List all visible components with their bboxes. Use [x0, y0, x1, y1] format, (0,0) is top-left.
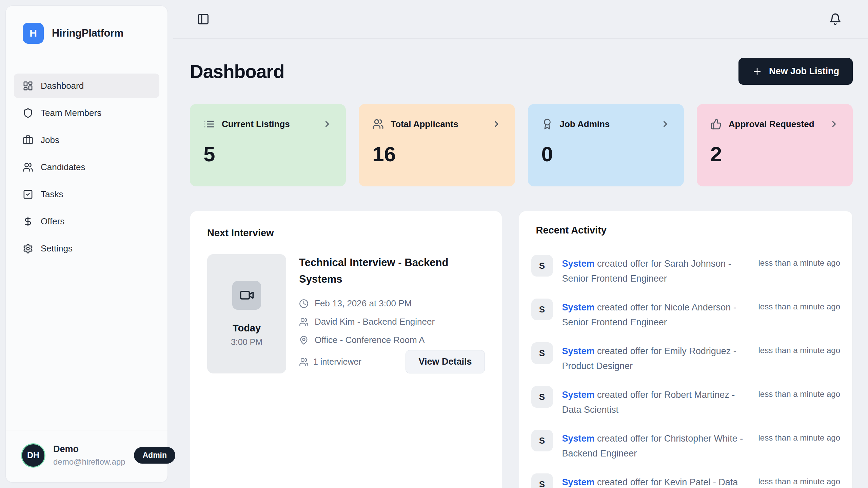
next-interview-card: Next Interview Today 3:00 PM Technical I…	[190, 211, 502, 488]
chevron-right-icon	[491, 119, 501, 129]
activity-row[interactable]: S System created offer for Nicole Anders…	[531, 299, 841, 330]
main-area: Dashboard New Job Listing Current Listin…	[173, 0, 868, 488]
list-icon	[203, 118, 215, 130]
activity-actor[interactable]: System	[562, 346, 595, 356]
app-logo-row: H HiringPlatform	[23, 23, 159, 44]
interview-day: Today	[233, 323, 261, 334]
activity-row[interactable]: S System created offer for Kevin Patel -…	[531, 473, 841, 488]
stat-card-job-admins[interactable]: Job Admins 0	[528, 104, 684, 186]
sidebar-item-dashboard[interactable]: Dashboard	[14, 74, 159, 98]
interview-row: Today 3:00 PM Technical Interview - Back…	[207, 254, 485, 373]
stat-cards: Current Listings 5 Total Applicants 16 J…	[190, 104, 853, 186]
video-camera-icon	[239, 288, 254, 303]
sidebar-item-team-members[interactable]: Team Members	[14, 101, 159, 125]
sidebar-item-tasks[interactable]: Tasks	[14, 182, 159, 206]
activity-avatar: S	[531, 342, 553, 364]
briefcase-icon	[23, 135, 33, 145]
users-icon	[372, 118, 384, 130]
activity-actor[interactable]: System	[562, 390, 595, 400]
sidebar-item-jobs[interactable]: Jobs	[14, 128, 159, 152]
interview-details: Technical Interview - Backend Systems Fe…	[299, 254, 485, 373]
panel-left-icon	[197, 13, 210, 25]
stat-value: 16	[372, 142, 501, 166]
sidebar: H HiringPlatform Dashboard Team Members …	[5, 5, 168, 483]
chevron-right-icon	[660, 119, 670, 129]
thumbs-up-icon	[710, 118, 722, 130]
next-interview-title: Next Interview	[207, 227, 485, 239]
sidebar-item-label: Settings	[41, 243, 73, 254]
avatar: DH	[22, 444, 44, 467]
square-check-icon	[23, 189, 33, 200]
activity-avatar: S	[531, 299, 553, 320]
sidebar-item-label: Candidates	[41, 162, 85, 172]
activity-actor[interactable]: System	[562, 433, 595, 444]
notifications-button[interactable]	[827, 11, 844, 27]
sidebar-item-label: Dashboard	[41, 81, 84, 91]
interview-time: 3:00 PM	[231, 337, 262, 347]
page-header: Dashboard New Job Listing	[190, 58, 853, 85]
activity-text: System created offer for Robert Martinez…	[562, 386, 749, 417]
stat-head: Current Listings	[203, 118, 332, 130]
clock-icon	[299, 299, 309, 308]
interview-location-row: Office - Conference Room A	[299, 335, 485, 345]
interviewer-count-label: 1 interviewer	[313, 357, 361, 367]
user-info: Demo demo@hireflow.app	[53, 444, 125, 467]
sidebar-item-label: Jobs	[41, 135, 59, 145]
activity-actor[interactable]: System	[562, 259, 595, 269]
stat-card-total-applicants[interactable]: Total Applicants 16	[359, 104, 515, 186]
users-icon	[299, 357, 309, 367]
recent-activity-title: Recent Activity	[536, 225, 841, 236]
view-details-button[interactable]: View Details	[406, 350, 485, 373]
activity-timestamp: less than a minute ago	[758, 430, 841, 443]
activity-timestamp: less than a minute ago	[758, 299, 841, 311]
sidebar-toggle-button[interactable]	[195, 11, 212, 27]
activity-timestamp: less than a minute ago	[758, 255, 841, 268]
user-profile[interactable]: DH Demo demo@hireflow.app Admin	[6, 430, 167, 482]
map-pin-icon	[299, 336, 309, 345]
activity-row[interactable]: S System created offer for Emily Rodrigu…	[531, 342, 841, 373]
topbar	[173, 0, 868, 39]
activity-row[interactable]: S System created offer for Christopher W…	[531, 430, 841, 461]
interview-location: Office - Conference Room A	[315, 335, 425, 345]
interview-date-panel: Today 3:00 PM	[207, 254, 286, 373]
stat-value: 0	[541, 142, 670, 166]
shield-icon	[23, 108, 33, 118]
sidebar-item-candidates[interactable]: Candidates	[14, 155, 159, 179]
sidebar-item-label: Tasks	[41, 189, 63, 200]
gear-icon	[23, 243, 33, 254]
activity-text: System created offer for Kevin Patel - D…	[562, 473, 749, 488]
role-badge: Admin	[134, 447, 175, 464]
activity-row[interactable]: S System created offer for Sarah Johnson…	[531, 255, 841, 286]
page-title: Dashboard	[190, 61, 284, 82]
sidebar-nav: Dashboard Team Members Jobs Candidates T…	[14, 74, 159, 261]
user-name: Demo	[53, 444, 125, 454]
stat-label: Current Listings	[222, 119, 290, 129]
activity-text: System created offer for Emily Rodriguez…	[562, 342, 749, 373]
stat-value: 5	[203, 142, 332, 166]
app-logo: H	[23, 23, 44, 44]
activity-actor[interactable]: System	[562, 302, 595, 312]
activity-actor[interactable]: System	[562, 477, 595, 487]
sidebar-item-settings[interactable]: Settings	[14, 236, 159, 261]
activity-timestamp: less than a minute ago	[758, 386, 841, 399]
new-job-listing-label: New Job Listing	[769, 66, 839, 77]
new-job-listing-button[interactable]: New Job Listing	[738, 58, 853, 85]
stat-label: Approval Requested	[729, 119, 814, 129]
activity-avatar: S	[531, 386, 553, 408]
dollar-sign-icon	[23, 216, 33, 227]
sidebar-item-label: Team Members	[41, 108, 101, 118]
stat-card-current-listings[interactable]: Current Listings 5	[190, 104, 346, 186]
stat-head: Total Applicants	[372, 118, 501, 130]
user-email: demo@hireflow.app	[53, 457, 125, 467]
sidebar-item-offers[interactable]: Offers	[14, 209, 159, 233]
activity-list: S System created offer for Sarah Johnson…	[531, 255, 841, 488]
app-name: HiringPlatform	[52, 27, 123, 39]
sidebar-item-label: Offers	[41, 216, 64, 227]
chevron-right-icon	[829, 119, 839, 129]
activity-avatar: S	[531, 430, 553, 451]
cards-row: Next Interview Today 3:00 PM Technical I…	[190, 211, 853, 488]
award-icon	[541, 118, 553, 130]
stat-card-approval-requested[interactable]: Approval Requested 2	[697, 104, 853, 186]
activity-row[interactable]: S System created offer for Robert Martin…	[531, 386, 841, 417]
chevron-right-icon	[322, 119, 332, 129]
